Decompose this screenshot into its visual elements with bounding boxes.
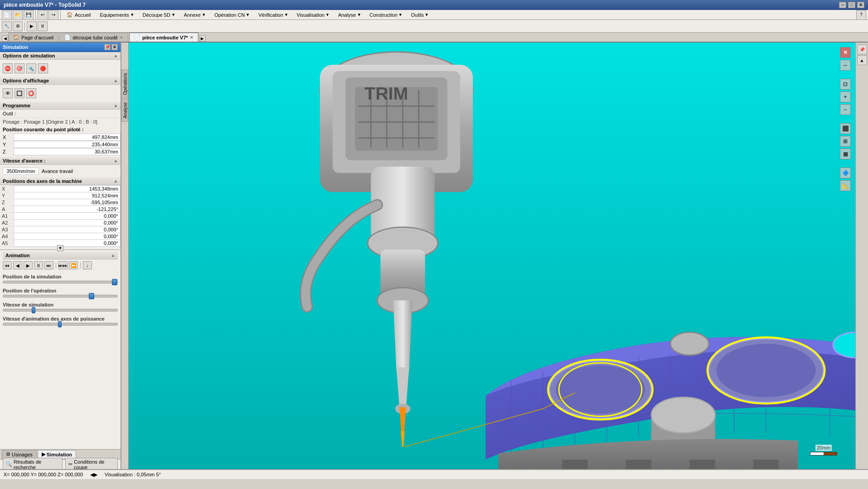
slider-simulation-position: Position de la simulation — [0, 273, 121, 287]
tb-icon4[interactable]: ⏸ — [38, 21, 48, 31]
sim-pos-thumb[interactable] — [112, 279, 117, 285]
maximize-button[interactable]: □ — [848, 2, 855, 8]
menu-accueil[interactable]: 🏠 Accueil — [63, 10, 95, 19]
toolbar-redo[interactable]: ↪ — [48, 10, 58, 20]
menu-verification[interactable]: Vérification ▾ — [254, 10, 291, 19]
toolbar-undo[interactable]: ↩ — [38, 10, 48, 20]
vp-zoom-fit[interactable]: ⊡ — [840, 79, 851, 90]
anim-start[interactable]: ⏮ — [3, 261, 12, 269]
toolbar-new[interactable]: 📄 — [2, 10, 12, 20]
toolbar-save[interactable]: 💾 — [24, 10, 34, 20]
tab-decoupe-close[interactable]: ✕ — [120, 35, 123, 40]
anim-controls: ⏮ ◀ ▶ ⏸ ⏭ ⏭⏭ ⏩ ↓ — [3, 259, 118, 271]
tab-decoupe[interactable]: 📄 découpe tube coudé ✕ — [59, 33, 128, 42]
menu-visualisation[interactable]: Visualisation ▾ — [293, 10, 333, 19]
anim-down[interactable]: ↓ — [83, 261, 92, 269]
tab-piece-close[interactable]: ✕ — [190, 35, 193, 40]
section-anim-arrow: ▲ — [111, 253, 115, 258]
tab-decoupe-icon: 📄 — [64, 34, 71, 40]
section-prog-arrow: ▲ — [114, 103, 118, 108]
vp-view-front[interactable]: ▦ — [840, 149, 851, 159]
menu-operationcn[interactable]: Opération CN ▾ — [210, 10, 253, 19]
right-btn-2[interactable]: ▲ — [857, 55, 867, 65]
toolbar-open[interactable]: 📂 — [13, 10, 23, 20]
toolbar-help[interactable]: ? — [856, 10, 866, 20]
section-animation[interactable]: Animation ▲ — [3, 252, 118, 259]
tab-piece[interactable]: 📄 pièce emboutie V7* ✕ — [129, 33, 198, 42]
coord-x-label: X — [0, 134, 14, 141]
anim-speed-thumb[interactable] — [58, 321, 62, 327]
anim-pause[interactable]: ⏸ — [34, 261, 43, 269]
verif-dropdown-icon: ▾ — [285, 12, 288, 18]
svg-point-45 — [651, 397, 715, 433]
section-programme[interactable]: Programme ▲ — [0, 102, 121, 110]
menu-outils[interactable]: Outils ▾ — [407, 10, 432, 19]
anim-speed-track[interactable] — [3, 323, 118, 326]
close-button[interactable]: ✕ — [857, 2, 864, 8]
vp-measure[interactable]: 📐 — [840, 180, 851, 191]
vp-zoom-in[interactable]: + — [840, 91, 851, 102]
sim-pos-track[interactable] — [3, 281, 118, 283]
sim-icon-4[interactable]: 🔴 — [38, 63, 48, 73]
coord-x-value: 497,824mm — [14, 134, 121, 141]
coord-x-row: X 497,824mm — [0, 134, 121, 141]
tab-scroll-left[interactable]: ◀ — [2, 35, 8, 42]
anim-speed[interactable]: ⏩ — [69, 261, 78, 269]
anim-play[interactable]: ▶ — [24, 261, 33, 269]
vp-view-3d[interactable]: ⬛ — [840, 123, 851, 134]
menu-construction[interactable]: Construction ▾ — [366, 10, 406, 19]
menu-equipements[interactable]: Equipements ▾ — [96, 10, 137, 19]
right-btn-1[interactable]: 📌 — [857, 44, 867, 54]
resultats-btn[interactable]: 🔍 Résultats de recherche — [3, 458, 63, 470]
vp-rotate-icon[interactable]: ↔ — [840, 60, 851, 71]
coord-y-value: 235,440mm — [14, 141, 121, 148]
status-coords: X= 000,000 Y= 000,000 Z= 000,000 — [4, 472, 83, 477]
anim-end[interactable]: ⏭ — [44, 261, 53, 269]
scale-bar-line — [810, 452, 837, 455]
tab-accueil-icon: 🏠 — [13, 34, 19, 40]
tab-accueil[interactable]: 🏠 Page d'accueil — [8, 33, 58, 42]
axes-scroll-down[interactable]: ▼ — [57, 245, 63, 251]
vp-close-icon[interactable]: ✕ — [840, 47, 851, 58]
vert-tab-analyse[interactable]: Analyse — [121, 99, 128, 122]
sim-speed-track[interactable] — [3, 309, 118, 312]
left-vert-tabs: Opérations Analyse — [121, 43, 129, 469]
sim-icon-1[interactable]: ⛔ — [3, 63, 13, 73]
menu-analyse[interactable]: Analyse ▾ — [334, 10, 364, 19]
section-vitesse[interactable]: Vitesse d'avance : ▲ — [0, 157, 121, 165]
section-options-affichage[interactable]: Options d'affichage ▲ — [0, 77, 121, 85]
tb-icon3[interactable]: ▶ — [27, 21, 37, 31]
vp-view-top[interactable]: ⊞ — [840, 136, 851, 147]
conditions-btn[interactable]: ✂ Conditions de coupe — [65, 458, 118, 470]
aff-icon-2[interactable]: 🔲 — [14, 88, 24, 98]
aff-icon-3[interactable]: ⭕ — [26, 88, 36, 98]
section-axes[interactable]: Positions des axes de la machine ▲ — [0, 177, 121, 185]
tab-scroll-right[interactable]: ▶ — [199, 35, 206, 42]
simulation-scroll-area: Options de simulation ▲ ⛔ 🎯 🔩 🔴 Options … — [0, 52, 121, 449]
sim-icon-3[interactable]: 🔩 — [26, 63, 36, 73]
vp-render-mode[interactable]: 🔷 — [840, 168, 851, 178]
svg-marker-18 — [393, 300, 412, 370]
section-options-simulation[interactable]: Options de simulation ▲ — [0, 52, 121, 60]
op-pos-track[interactable] — [3, 295, 118, 297]
minimize-button[interactable]: − — [839, 2, 846, 8]
menu-decoupe5d[interactable]: Découpe 5D ▾ — [139, 10, 179, 19]
anim-back[interactable]: ◀ — [13, 261, 22, 269]
vp-zoom-out[interactable]: − — [840, 104, 851, 115]
sim-speed-thumb[interactable] — [32, 307, 35, 313]
tb-icon2[interactable]: ⚙ — [13, 21, 23, 31]
tb-icon1[interactable]: 🔧 — [2, 21, 12, 31]
panel-close-button[interactable]: ✕ — [111, 44, 118, 50]
axis-a3-row: A3 0,000° — [0, 226, 121, 233]
axes-table: X 1453,348mm Y 912,524mm Z -595,105mm A … — [0, 185, 121, 247]
sim-icon-2[interactable]: 🎯 — [14, 63, 24, 73]
viewport[interactable]: Découpe de faces 6. Découpe de faces sur… — [129, 43, 855, 469]
menu-annexe[interactable]: Annexe ▾ — [180, 10, 209, 19]
search-icon: 🔍 — [6, 461, 12, 467]
decoupe5d-dropdown-icon: ▾ — [172, 12, 175, 18]
panel-pin-button[interactable]: 📌 — [104, 44, 111, 50]
op-pos-thumb[interactable] — [89, 293, 94, 299]
anim-ffwd[interactable]: ⏭⏭ — [58, 261, 68, 269]
aff-icon-1[interactable]: 👁 — [3, 88, 13, 98]
vert-tab-operations[interactable]: Opérations — [121, 70, 128, 98]
